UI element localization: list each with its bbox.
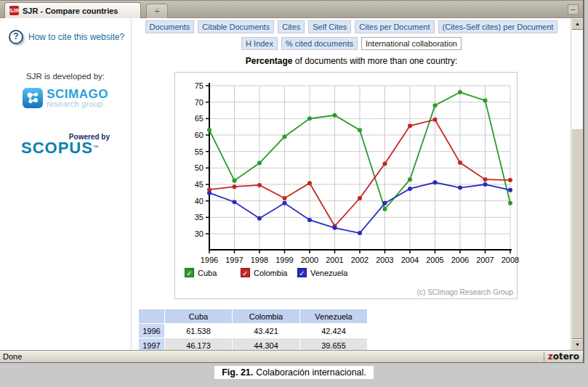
scimago-molecule-icon [23, 88, 43, 108]
data-point-cuba-1996 [207, 128, 212, 132]
svg-text:75: 75 [195, 81, 204, 90]
data-point-colombia-1999 [283, 196, 287, 200]
how-to-cite-label: How to cite this website? [28, 32, 124, 42]
data-point-colombia-1998 [257, 183, 262, 187]
table-value-cell: 42.424 [300, 324, 368, 338]
values-table: CubaColombiaVenezuela199661.53843.42142.… [138, 309, 368, 351]
data-point-colombia-2005 [433, 118, 438, 122]
svg-text:2000: 2000 [301, 256, 318, 264]
data-point-cuba-2004 [408, 177, 412, 182]
trademark-symbol: ™ [93, 144, 100, 151]
svg-text:2008: 2008 [502, 256, 519, 264]
nav-button-self-cites[interactable]: Self Cites [308, 20, 351, 33]
status-bar: Done zotero [0, 350, 583, 362]
how-to-cite-link[interactable]: ? How to cite this website? [9, 30, 124, 44]
nav-button-documents[interactable]: Documents [145, 20, 195, 33]
data-point-colombia-2008 [508, 178, 512, 182]
svg-text:1997: 1997 [225, 256, 243, 264]
data-point-venezuela-2004 [408, 187, 412, 191]
data-point-colombia-2006 [458, 160, 462, 165]
caption-text: Colaboración internacional. [256, 367, 366, 378]
svg-text:35: 35 [195, 213, 204, 221]
data-point-cuba-2008 [508, 201, 512, 205]
data-point-cuba-2007 [483, 98, 488, 102]
data-point-colombia-2007 [483, 177, 488, 182]
data-point-venezuela-1998 [257, 216, 262, 221]
chart-heading-bold: Percentage [246, 56, 293, 66]
svg-text:70: 70 [195, 98, 204, 107]
tab-title: SJR - Compare countries [23, 7, 118, 15]
question-mark-icon: ? [9, 30, 23, 44]
nav-button-cited-documents[interactable]: % cited documents [281, 37, 358, 50]
status-text: Done [0, 352, 544, 361]
scroll-down-arrow-icon[interactable]: ▼ [571, 339, 583, 351]
data-point-cuba-1998 [257, 161, 262, 166]
browser-window: SJR SJR - Compare countries ÷ – ? How to… [0, 0, 584, 363]
data-point-venezuela-1997 [233, 200, 237, 204]
svg-text:2007: 2007 [476, 256, 494, 264]
data-point-cuba-2005 [433, 103, 438, 107]
table-header-cuba: Cuba [165, 309, 233, 324]
table-row-1996: 199661.53843.42142.424 [139, 324, 368, 338]
data-point-venezuela-2003 [383, 201, 387, 205]
table-header-row: CubaColombiaVenezuela [139, 309, 368, 324]
data-point-venezuela-2008 [508, 188, 512, 192]
metric-nav-row-2: H Index% cited documentsInternational co… [132, 37, 571, 50]
svg-text:2004: 2004 [401, 256, 419, 264]
page-content: ? How to cite this website? SJR is devel… [0, 18, 583, 351]
data-point-cuba-2000 [307, 116, 312, 121]
table-value-cell: 44.304 [233, 338, 300, 351]
new-tab-button[interactable]: ÷ [146, 4, 168, 18]
table-value-cell: 43.421 [233, 324, 300, 338]
svg-text:45: 45 [195, 180, 204, 189]
figure-caption: Fig. 21.Colaboración internacional. [0, 365, 588, 379]
legend-label-colombia: Colombia [254, 269, 287, 277]
data-point-cuba-2001 [333, 113, 337, 118]
line-chart-panel: (c) SCImago Research Group 3035404550556… [174, 72, 517, 299]
svg-text:2002: 2002 [351, 256, 368, 264]
scimago-name: SCIMAGO [47, 89, 108, 100]
data-point-cuba-2002 [358, 128, 362, 132]
table-value-cell: 61.538 [165, 324, 233, 338]
data-point-colombia-2004 [408, 123, 412, 128]
scopus-logo[interactable]: Powered by SCOPUS™ [0, 133, 131, 156]
legend-checkbox-venezuela[interactable]: ✓ [297, 268, 307, 277]
data-point-colombia-2000 [307, 181, 312, 185]
zotero-button[interactable]: zotero [544, 351, 583, 362]
svg-text:1999: 1999 [275, 256, 293, 264]
svg-text:2005: 2005 [426, 256, 443, 264]
data-point-cuba-2003 [383, 207, 387, 211]
sidebar: ? How to cite this website? SJR is devel… [0, 18, 132, 351]
data-point-cuba-1997 [233, 179, 237, 183]
data-point-venezuela-2002 [358, 231, 362, 235]
nav-button-h-index[interactable]: H Index [241, 37, 278, 50]
svg-text:1996: 1996 [201, 256, 218, 264]
nav-button-cites-self-cites-per-document[interactable]: (Cites-Self cites) per Document [438, 20, 558, 33]
data-point-venezuela-2000 [307, 218, 312, 222]
svg-text:30: 30 [195, 229, 204, 238]
nav-button-citable-documents[interactable]: Citable Documents [198, 20, 274, 33]
tab-sjr-compare-countries[interactable]: SJR SJR - Compare countries [4, 2, 141, 18]
data-point-colombia-1997 [233, 184, 237, 189]
scroll-up-arrow-icon[interactable]: ▲ [571, 18, 583, 30]
data-point-colombia-2002 [358, 196, 362, 200]
scrollbar-thumb[interactable] [571, 129, 583, 339]
legend-checkbox-colombia[interactable]: ✓ [241, 268, 250, 277]
vertical-scrollbar[interactable]: ▲ ▼ [571, 18, 583, 351]
svg-text:1998: 1998 [251, 256, 268, 264]
scimago-logo[interactable]: SCIMAGO research group [0, 88, 131, 108]
legend-checkbox-cuba[interactable]: ✓ [185, 268, 194, 277]
tab-overflow-button[interactable]: – [568, 4, 579, 15]
legend-item-venezuela: ✓Venezuela [297, 268, 347, 277]
nav-button-cites-per-document[interactable]: Cites per Document [355, 20, 434, 33]
data-point-colombia-2003 [383, 161, 387, 166]
nav-button-cites[interactable]: Cites [278, 20, 305, 33]
legend-label-venezuela: Venezuela [310, 269, 347, 277]
svg-text:40: 40 [195, 197, 204, 205]
data-point-cuba-2006 [458, 90, 462, 94]
data-point-venezuela-1999 [283, 201, 287, 205]
data-point-venezuela-2001 [333, 226, 337, 230]
svg-text:60: 60 [195, 131, 204, 139]
nav-button-international-collaboration[interactable]: International collaboration [361, 37, 462, 50]
svg-text:2006: 2006 [451, 256, 469, 264]
